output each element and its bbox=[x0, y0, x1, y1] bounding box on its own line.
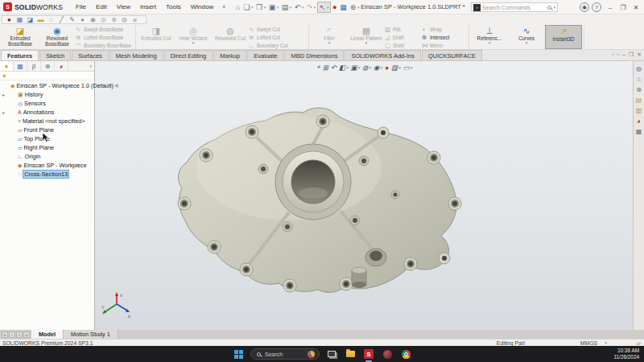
tree-item-sensors[interactable]: ◎ Sensors bbox=[0, 99, 94, 108]
doc-restore-icon[interactable]: ❐ bbox=[629, 51, 634, 58]
first-tab-icon[interactable]: « bbox=[2, 331, 8, 338]
tree-item-workpiece-body[interactable]: ◆ Einscan SP - Workpiece bbox=[0, 161, 94, 170]
apply-scene-icon[interactable]: ▨▾ bbox=[391, 64, 401, 72]
qs-ring-icon[interactable]: ◎ bbox=[98, 16, 109, 23]
doc-close-icon[interactable]: ✕ bbox=[637, 51, 642, 58]
new-document-icon[interactable]: ❏▾ bbox=[242, 2, 254, 12]
qs-line-icon[interactable]: ╱ bbox=[56, 16, 67, 23]
zoom-area-icon[interactable]: ⊞ bbox=[323, 64, 328, 72]
model-tab[interactable]: Model bbox=[31, 330, 64, 339]
menu-edit[interactable]: Edit bbox=[91, 2, 112, 12]
tree-item-history[interactable]: ▸ ▣ History bbox=[0, 90, 94, 99]
swept-boss-base-button[interactable]: ∿Swept Boss/Base bbox=[76, 25, 134, 33]
doc-split-icon[interactable]: ▫ bbox=[612, 51, 613, 58]
task-view-button[interactable] bbox=[325, 348, 338, 360]
tab-markup[interactable]: Markup bbox=[213, 50, 246, 60]
search-dropdown-icon[interactable]: ▾ bbox=[553, 5, 555, 10]
qs-circle-icon[interactable]: ◌ bbox=[46, 16, 56, 23]
file-explorer-button[interactable] bbox=[344, 348, 357, 360]
intersect-button[interactable]: ⊗Intersect bbox=[422, 33, 467, 41]
home-icon[interactable]: ⌂ bbox=[234, 2, 242, 12]
undo-icon[interactable]: ↶▾ bbox=[293, 2, 305, 12]
qs-plus-icon[interactable]: ⊕ bbox=[109, 16, 119, 23]
appearances-icon[interactable]: ◕ bbox=[637, 117, 641, 125]
lofted-boss-base-button[interactable]: ≋Lofted Boss/Base bbox=[76, 33, 134, 41]
hole-wizard-button[interactable]: ◎ Hole Wizard ▾ bbox=[175, 25, 212, 49]
tab-features[interactable]: Features bbox=[1, 50, 39, 60]
boundary-cut-button[interactable]: ◡Boundary Cut bbox=[249, 41, 307, 49]
wrap-button[interactable]: ◖Wrap bbox=[422, 25, 467, 33]
mirror-button[interactable]: ⋈Mirror bbox=[422, 41, 467, 49]
extruded-cut-button[interactable]: ◨ Extruded Cut bbox=[138, 25, 175, 49]
edit-appearance-icon[interactable]: ● bbox=[385, 64, 389, 72]
tree-item-origin[interactable]: ∟ Origin bbox=[0, 152, 94, 161]
tree-item-right-plane[interactable]: ▱ Right Plane bbox=[0, 143, 94, 152]
custom-properties-icon[interactable]: ▦ bbox=[636, 128, 642, 135]
close-icon[interactable]: ✕ bbox=[630, 2, 642, 13]
select-icon[interactable]: ↖▾ bbox=[317, 2, 331, 13]
save-icon[interactable]: ▣▾ bbox=[267, 2, 280, 12]
revolved-cut-button[interactable]: ◍ Revolved Cut bbox=[212, 25, 249, 49]
graphics-viewport[interactable]: ⌖ ⊞ ↶ ◧▾ ▣▾ ◍▾ ◉▾ ● ▨▾ ▭▾ bbox=[96, 61, 633, 330]
dimxpert-tab[interactable]: ⊕ bbox=[41, 61, 55, 71]
menu-file[interactable]: File bbox=[71, 2, 91, 12]
menu-view[interactable]: View bbox=[112, 2, 135, 12]
taskbar-search-input[interactable]: Search bbox=[250, 348, 320, 360]
configuration-manager-tab[interactable]: β bbox=[27, 61, 41, 71]
property-manager-tab[interactable]: ▦ bbox=[14, 61, 27, 71]
tab-surfaces[interactable]: Surfaces bbox=[72, 50, 109, 60]
solidworks-resources-icon[interactable]: ◍ bbox=[636, 65, 642, 72]
tab-sketch[interactable]: Sketch bbox=[39, 50, 71, 60]
qs-pen-icon[interactable]: ✎ bbox=[67, 16, 77, 23]
qs-shade-icon[interactable]: ◍ bbox=[119, 16, 130, 23]
qs-target-icon[interactable]: ◉ bbox=[88, 16, 98, 23]
next-tab-icon[interactable]: › bbox=[16, 331, 23, 338]
scanner-app-button[interactable] bbox=[381, 348, 394, 360]
settings-icon[interactable]: ⊛ bbox=[636, 86, 642, 93]
design-library-icon[interactable]: ▤ bbox=[636, 97, 642, 104]
boundary-boss-base-button[interactable]: ◠Boundary Boss/Base bbox=[76, 41, 134, 49]
display-manager-tab[interactable]: ◕ bbox=[55, 61, 68, 71]
qs-sphere-icon[interactable]: ● bbox=[4, 16, 14, 23]
display-style-icon[interactable]: ◍▾ bbox=[362, 64, 371, 72]
tabs-overflow-icon[interactable]: › bbox=[87, 63, 94, 70]
redo-icon[interactable]: ↷▾ bbox=[305, 2, 317, 12]
browser-button[interactable] bbox=[399, 348, 412, 360]
feature-manager-tab[interactable]: ♦ bbox=[0, 61, 14, 71]
tree-root[interactable]: ◆ Einscan SP - Workpiece 1.0 (Default) < bbox=[0, 81, 94, 90]
curves-button[interactable]: ∿ Curves ▾ bbox=[508, 25, 545, 49]
menu-insert[interactable]: Insert bbox=[135, 2, 161, 12]
previous-view-icon[interactable]: ↶ bbox=[331, 64, 336, 72]
motion-study-tab[interactable]: Motion Study 1 bbox=[64, 330, 118, 339]
lofted-cut-button[interactable]: ≋Lofted Cut bbox=[249, 33, 307, 41]
taskbar-clock[interactable]: 10:36 AM 11/26/2024 bbox=[613, 348, 639, 360]
solidworks-app-button[interactable]: S bbox=[362, 348, 375, 360]
shell-button[interactable]: ▢Shell bbox=[385, 41, 422, 49]
tab-mbd-dimensions[interactable]: MBD Dimensions bbox=[284, 50, 344, 60]
prev-tab-icon[interactable]: ‹ bbox=[9, 331, 15, 338]
view-orientation-icon[interactable]: ▣▾ bbox=[350, 64, 360, 72]
tree-item-material[interactable]: ≡ Material <not specified> bbox=[0, 117, 94, 125]
tab-mesh-modeling[interactable]: Mesh Modeling bbox=[109, 50, 163, 60]
qs-region-icon[interactable]: ◪ bbox=[25, 16, 35, 23]
tree-filter[interactable]: ▼ bbox=[0, 72, 94, 80]
menu-tools[interactable]: Tools bbox=[161, 2, 186, 12]
qs-deviation-icon[interactable]: ⌀ bbox=[130, 16, 140, 23]
draft-button[interactable]: ◿Draft bbox=[385, 33, 422, 41]
instant3d-button[interactable]: ↗ Instant3D bbox=[545, 25, 582, 49]
print-icon[interactable]: ▤▾ bbox=[280, 2, 293, 12]
hide-show-items-icon[interactable]: ◉▾ bbox=[374, 64, 382, 72]
start-button[interactable] bbox=[232, 348, 245, 360]
tab-evaluate[interactable]: Evaluate bbox=[247, 50, 283, 60]
home-icon[interactable]: ⌂ bbox=[637, 76, 641, 83]
part-model[interactable] bbox=[168, 100, 466, 297]
tab-quicksurface[interactable]: QUICKSURFACE bbox=[422, 50, 482, 60]
doc-minimize-icon[interactable]: – bbox=[622, 51, 625, 58]
file-explorer-icon[interactable]: ▥ bbox=[636, 107, 642, 114]
units-dropdown-icon[interactable]: ▾ bbox=[605, 340, 607, 345]
qs-flag-icon[interactable]: ▬ bbox=[35, 16, 46, 23]
reference-geometry-button[interactable]: ⊥ Referenc... ▾ bbox=[471, 25, 508, 49]
revolved-boss-base-button[interactable]: ◉ Revolved Boss/Base bbox=[39, 25, 76, 49]
doc-pane-icon[interactable]: ▫ bbox=[617, 51, 618, 58]
appearance-icon[interactable]: ● bbox=[331, 2, 338, 12]
